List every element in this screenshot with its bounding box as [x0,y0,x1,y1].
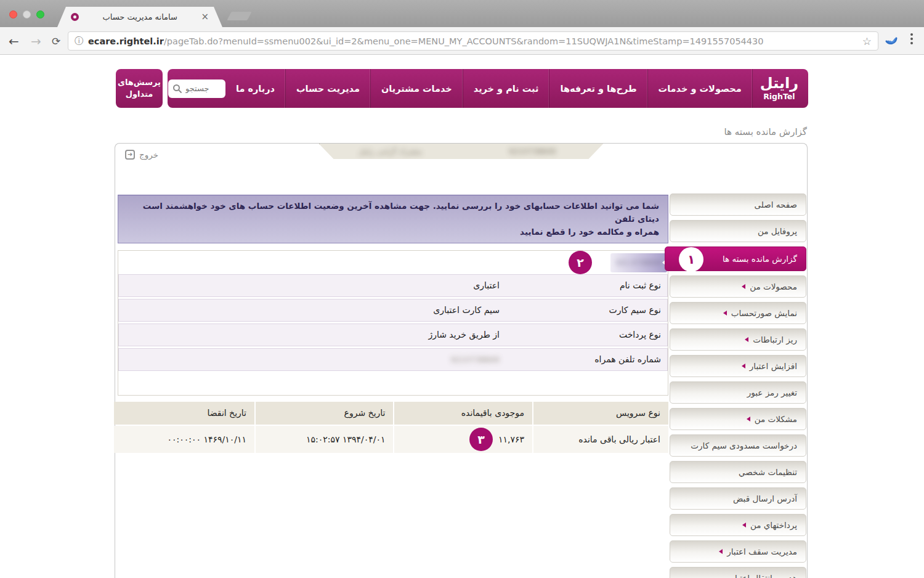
nav-item-account-management[interactable]: مدیریت حساب [286,69,371,108]
submenu-arrow-icon [742,523,746,527]
page-title: گزارش مانده بسته ها [724,126,807,137]
header-start-date: تاریخ شروع [256,402,394,425]
info-label: نوع پرداخت [619,330,667,340]
window-controls[interactable] [9,10,44,18]
rightel-favicon-icon [71,13,79,21]
sidebar-item-package-balance-report[interactable]: گزارش مانده بسته ها ۱ [665,246,806,271]
rightel-logo[interactable]: رایتل RighTel [753,69,808,108]
sidebar-item-simcard-block-request[interactable]: درخواست مسدودی سیم کارت [670,434,806,457]
step-badge-2: ۲ [569,251,592,274]
sidebar-item-personal-settings[interactable]: تنظیمات شخصي [670,461,806,483]
logout-button[interactable]: خروج ➜ [125,150,158,160]
step-badge-1: ۱ [679,247,703,272]
faq-line1: پرسش‌های [116,77,163,89]
address-bar[interactable]: ⓘ ecare.rightel.ir/pageTab.do?menuId=ssm… [68,31,878,51]
content-panel: 9210738849 مشترک گرامی رایتل خروج ➜ شما … [115,143,808,578]
nav-item-customer-services[interactable]: خدمات مشتریان [371,69,463,108]
sidebar-item-label: پرداختهاي من [750,520,797,530]
submenu-arrow-icon [742,364,745,368]
faq-button[interactable]: پرسش‌های متداول [116,69,163,108]
sidebar-item-credit-limit-management[interactable]: مدیریت سقف اعتبار [670,540,806,563]
step-badge-3: ۳ [469,428,493,451]
notice-line2: همراه و مکالمه خود را قطع نمایید [127,226,659,238]
account-sidebar: صفحه اصلی پروفایل من گزارش مانده بسته ها… [670,193,806,578]
sidebar-item-call-details[interactable]: ریز ارتباطات [670,328,806,351]
masked-phone-tab-number: 921-0738849 [616,259,662,267]
back-icon[interactable]: ← [9,27,19,55]
tab-close-icon[interactable]: × [201,12,209,22]
account-selector-tab[interactable]: 9210738849 مشترک گرامی رایتل [319,144,604,159]
sidebar-item-label: مشکلات من [755,414,797,424]
account-number-tab[interactable]: 9210738849 [461,144,604,159]
header-service-type: نوع سرویس [533,402,668,425]
logout-label: خروج [139,150,158,160]
sidebar-item-label: ریز ارتباطات [753,335,797,344]
phone-number-tab[interactable]: 921-0738849 [610,253,667,272]
reload-icon[interactable]: ⟳ [52,27,60,55]
main-navbar: رایتل RighTel محصولات و خدمات طرح‌ها و ت… [168,69,808,108]
info-value: از طریق خرید شارژ [428,330,500,340]
nav-item-products-services[interactable]: محصولات و خدمات [648,69,753,108]
balance-value: ۱۱,۷۶۳ [498,434,524,444]
logo-latin: RighTel [763,92,795,101]
masked-account-number: 9210738849 [509,147,556,156]
page-info-icon[interactable]: ⓘ [75,36,83,47]
new-tab-button[interactable] [227,12,251,20]
sidebar-item-credit-transfer[interactable]: هدیه و انتقال اعتبار [670,567,806,578]
sidebar-item-my-payments[interactable]: پرداختهاي من [670,514,806,536]
info-label: نوع ثبت نام [620,280,667,290]
cell-expiry-date: ۱۴۶۹/۱۰/۱۱ ۰۰:۰۰:۰۰ [114,426,254,453]
sidebar-item-increase-credit[interactable]: افزایش اعتبار [670,355,806,377]
phone-tab-row: 921-0738849 ۲ [118,251,668,274]
header-remaining-balance: موجودی باقیمانده [394,402,532,425]
account-name-tab[interactable]: مشترک گرامی رایتل [319,144,462,159]
sidebar-item-label: آدرس ارسال قبض [733,494,797,503]
sidebar-item-label: گزارش مانده بسته ها [723,254,797,264]
sidebar-item-my-problems[interactable]: مشکلات من [670,408,806,430]
nav-item-about-us[interactable]: درباره ما [225,69,286,108]
notice-banner: شما می توانید اطلاعات حسابهای خود را برر… [118,195,668,243]
info-label: شماره تلفن همراه [594,354,667,364]
url-path: /pageTab.do?menuId=ssmenu002&ui_id=2&men… [164,36,764,46]
sidebar-item-home[interactable]: صفحه اصلی [670,193,806,216]
info-row-mobile-number: شماره تلفن همراه 9210738849 [118,348,668,371]
url-text[interactable]: ecare.rightel.ir/pageTab.do?menuId=ssmen… [88,36,857,46]
sidebar-item-label: تنظیمات شخصي [739,467,797,477]
extension-icon[interactable] [885,33,898,49]
nav-item-signup-purchase[interactable]: ثبت نام و خرید [463,69,550,108]
sidebar-item-label: نمایش صورتحساب [731,308,797,318]
sidebar-item-my-products[interactable]: محصولات من [670,275,806,298]
info-label: نوع سیم کارت [609,305,667,315]
faq-line2: متداول [116,89,163,100]
sidebar-item-my-profile[interactable]: پروفایل من [670,220,806,242]
submenu-arrow-icon [745,337,748,342]
tab-title: سامانه مدیریت حساب [79,12,201,22]
forward-icon: → [31,27,41,55]
browser-titlebar: سامانه مدیریت حساب × [0,0,924,27]
zoom-window-button[interactable] [36,10,44,18]
sidebar-item-change-password[interactable]: تغییر رمز عبور [670,381,806,404]
balance-table: نوع سرویس موجودی باقیمانده تاریخ شروع تا… [118,402,668,453]
close-window-button[interactable] [9,10,17,18]
submenu-arrow-icon [719,549,723,554]
balance-table-header: نوع سرویس موجودی باقیمانده تاریخ شروع تا… [118,402,668,425]
info-row-payment-type: نوع پرداخت از طریق خرید شارژ [118,324,668,346]
account-content: شما می توانید اطلاعات حسابهای خود را برر… [118,195,668,453]
bookmark-star-icon[interactable]: ☆ [862,35,872,47]
submenu-arrow-icon [747,417,750,421]
nav-item-plans-tariffs[interactable]: طرح‌ها و تعرفه‌ها [549,69,647,108]
sidebar-item-label: پروفایل من [758,226,797,236]
browser-menu-icon[interactable] [910,33,913,44]
url-domain: ecare.rightel.ir [88,36,164,46]
browser-tab[interactable]: سامانه مدیریت حساب × [57,7,222,27]
sidebar-item-view-bill[interactable]: نمایش صورتحساب [670,302,806,324]
browser-toolbar: ← → ⟳ ⓘ ecare.rightel.ir/pageTab.do?menu… [0,27,924,55]
logout-exit-icon: ➜ [125,150,135,160]
submenu-arrow-icon [742,284,745,289]
sidebar-item-label: محصولات من [750,282,797,291]
search-box [168,79,225,98]
notice-line1: شما می توانید اطلاعات حسابهای خود را برر… [127,200,659,226]
search-icon [172,84,182,94]
minimize-window-button[interactable] [23,10,31,18]
sidebar-item-bill-address[interactable]: آدرس ارسال قبض [670,487,806,510]
